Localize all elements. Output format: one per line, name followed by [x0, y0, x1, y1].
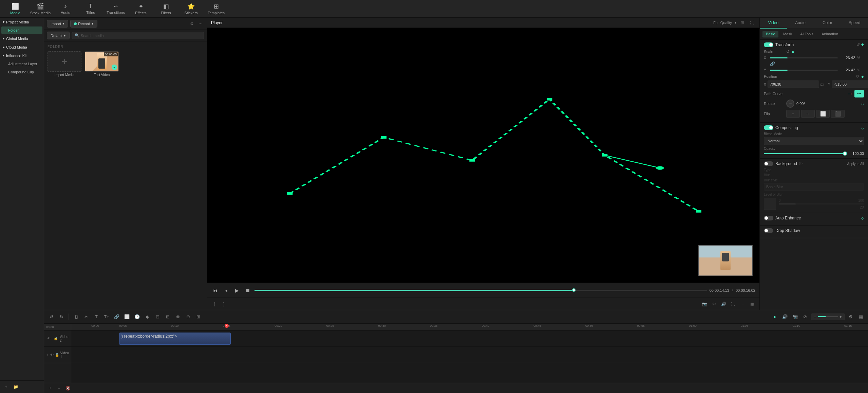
toolbar-templates[interactable]: ⊞ Templates — [204, 1, 228, 16]
link-button[interactable]: 🔗 — [112, 312, 121, 321]
position-keyframe-icon[interactable]: ◆ — [861, 75, 864, 78]
keyframe-icon[interactable]: ◆ — [861, 42, 864, 47]
default-dropdown[interactable]: Default ▾ — [47, 32, 70, 39]
sidebar-item-project-media[interactable]: ▾ Project Media — [0, 18, 44, 26]
drop-shadow-toggle[interactable] — [764, 228, 773, 233]
zoom-control[interactable]: − + — [811, 314, 845, 320]
flip-horizontal-button[interactable]: ↔ — [801, 110, 815, 118]
auto-enhance-keyframe-icon[interactable]: ◇ — [861, 216, 864, 220]
rotate-dial[interactable] — [786, 100, 794, 108]
add-track-icon[interactable]: + — [47, 385, 54, 392]
marker-button[interactable]: ◆ — [143, 312, 152, 321]
more-tool-button[interactable]: ⊞ — [194, 312, 203, 321]
remove-track-icon[interactable]: − — [56, 385, 62, 392]
list-item[interactable]: 00:00:05 ✓ Test Video — [85, 51, 119, 77]
play-button[interactable]: ▶ — [233, 286, 241, 294]
more-icon[interactable]: ⋯ — [197, 20, 204, 27]
rotate-keyframe-icon[interactable]: ◇ — [861, 102, 864, 106]
expand-icon[interactable]: ⛶ — [749, 19, 755, 26]
tab-audio[interactable]: Audio — [787, 18, 814, 29]
flip-vertical-button[interactable]: ↕ — [786, 110, 800, 118]
zoom-in-icon[interactable]: + — [839, 315, 842, 319]
track-video2-lock-icon[interactable]: 🔒 — [53, 335, 58, 342]
link-icon[interactable]: 🔗 — [770, 61, 775, 66]
search-bar[interactable]: 🔍 Search media — [72, 32, 204, 39]
flip-option3-button[interactable]: ⬜ — [816, 110, 830, 118]
sub-tab-basic[interactable]: Basic — [762, 31, 778, 37]
scale-keyframe-icon[interactable]: ◆ — [792, 50, 794, 54]
ungroup-button[interactable]: ⊕ — [184, 312, 192, 321]
step-back-button[interactable]: ◂ — [222, 286, 230, 294]
toolbar-effects[interactable]: ✦ Effects — [129, 1, 153, 16]
undo-button[interactable]: ↺ — [47, 312, 56, 321]
compositing-toggle[interactable] — [764, 125, 773, 130]
sidebar-item-global-media[interactable]: ▸ Global Media — [0, 34, 44, 43]
record-timeline-button[interactable]: ● — [770, 312, 779, 321]
settings-timeline-button[interactable]: ⚙ — [846, 312, 855, 321]
tab-video[interactable]: Video — [760, 18, 787, 29]
sub-tab-animation[interactable]: Animation — [818, 31, 842, 37]
more-options-icon[interactable]: ⋯ — [739, 301, 746, 307]
sidebar-item-compound-clip[interactable]: Compound Clip — [1, 68, 42, 76]
chevron-down-icon[interactable]: ▾ — [735, 21, 736, 24]
audio-icon[interactable]: 🔊 — [720, 301, 727, 307]
flip-option4-button[interactable]: ⬛ — [831, 110, 845, 118]
audio-timeline-button[interactable]: 🔊 — [780, 312, 789, 321]
sub-tab-mask[interactable]: Mask — [780, 31, 795, 37]
blend-mode-select[interactable]: Normal Multiply Screen Overlay — [764, 137, 864, 145]
out-point-icon[interactable]: } — [221, 301, 227, 307]
crop-button[interactable]: ⊡ — [153, 312, 162, 321]
apply-to-all-button[interactable]: Apply to All — [847, 162, 864, 166]
sidebar-item-folder[interactable]: Folder — [1, 26, 42, 34]
compositing-keyframe-icon[interactable]: ◇ — [861, 126, 864, 130]
toolbar-transitions[interactable]: ↔ Transitions — [104, 1, 128, 16]
toolbar-audio[interactable]: ♪ Audio — [54, 1, 77, 16]
sidebar-footer-add-icon[interactable]: + — [3, 383, 10, 390]
toolbar-titles[interactable]: T Titles — [79, 1, 102, 16]
scale-x-slider[interactable] — [770, 57, 838, 58]
path-curve-button[interactable]: 〜 — [854, 90, 864, 97]
blur-slider[interactable] — [779, 203, 864, 204]
transform-tool-button[interactable]: ⊞ — [163, 312, 172, 321]
toolbar-filters[interactable]: ◧ Filters — [154, 1, 178, 16]
track-video1-add-icon[interactable]: + — [46, 352, 49, 358]
group-button[interactable]: ⊗ — [173, 312, 182, 321]
track-video2-eye-icon[interactable]: 👁 — [46, 335, 52, 342]
scale-reset-icon[interactable]: ↺ — [786, 49, 790, 54]
record-button[interactable]: Record ▾ — [70, 20, 97, 28]
sidebar-footer-folder-icon[interactable]: 📁 — [12, 383, 19, 390]
position-x-input[interactable] — [768, 81, 819, 88]
layout-icon[interactable]: ▦ — [749, 301, 755, 307]
stop-button[interactable]: ⏹ — [244, 286, 252, 294]
redo-button[interactable]: ↻ — [57, 312, 66, 321]
fullscreen-icon[interactable]: ⛶ — [730, 301, 736, 307]
clock-button[interactable]: 🕐 — [133, 312, 141, 321]
settings-icon[interactable]: ⚙ — [711, 301, 717, 307]
toolbar-media[interactable]: ⬜ Media — [3, 1, 27, 16]
skip-back-button[interactable]: ⏮ — [211, 286, 219, 294]
split-button[interactable]: ⊘ — [801, 312, 810, 321]
sidebar-item-cloud-media[interactable]: ▸ Cloud Media — [0, 43, 44, 51]
cut-button[interactable]: ✂ — [82, 312, 91, 321]
mask-button[interactable]: ⬜ — [122, 312, 131, 321]
mute-track-icon[interactable]: 🔇 — [64, 385, 71, 392]
opacity-handle[interactable] — [843, 151, 847, 156]
filter-icon[interactable]: ⚙ — [188, 20, 195, 27]
list-item[interactable]: + Import Media — [48, 51, 81, 77]
search-input[interactable]: Search media — [81, 34, 104, 38]
background-toggle[interactable] — [764, 161, 773, 166]
track-video1-lock-icon[interactable]: 🔒 — [55, 352, 59, 358]
snapshot-icon[interactable]: 📷 — [701, 301, 708, 307]
video-clip[interactable]: ') repeat-x;border-radius:2px;"> — [119, 333, 231, 345]
quality-selector[interactable]: Full Quality — [713, 21, 732, 25]
sidebar-item-influence-kit[interactable]: ▸ Influence Kit — [0, 51, 44, 60]
position-y-input[interactable] — [832, 81, 868, 88]
tab-speed[interactable]: Speed — [841, 18, 868, 29]
timeline-ruler[interactable]: 00:00 00:05 00:10 00:15 00:20 00:25 00:3… — [71, 324, 868, 331]
import-button[interactable]: Import ▾ — [47, 20, 68, 28]
zoom-out-icon[interactable]: − — [814, 315, 816, 319]
progress-bar[interactable] — [254, 290, 707, 291]
toolbar-stock-media[interactable]: 🎬 Stock Media — [29, 1, 52, 16]
sidebar-item-adjustment-layer[interactable]: Adjustment Layer — [1, 60, 42, 68]
position-reset-icon[interactable]: ↺ — [856, 74, 859, 79]
